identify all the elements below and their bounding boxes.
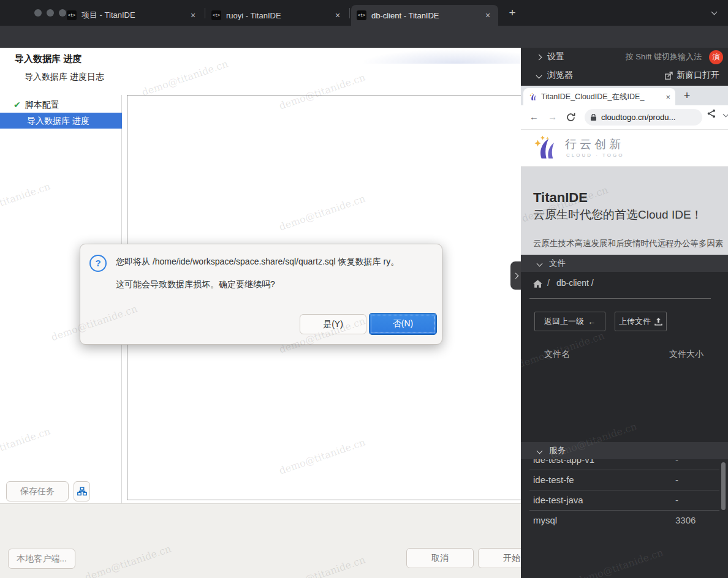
embedded-tab-title: TitanIDE_CloudIDE_在线IDE_ [541,92,663,102]
hero-paragraph: 云原生技术高速发展和后疫情时代远程办公等多因素 [533,238,724,249]
column-header-filename: 文件名 [544,349,570,360]
divider [529,490,719,490]
chevron-right-icon [513,272,519,279]
upload-icon [654,318,662,326]
cancel-button[interactable]: 取消 [406,548,474,568]
files-section-label: 文件 [549,258,566,269]
chevron-down-icon [537,260,543,266]
divider [529,470,719,470]
files-body: / db-client / 返回上一级 ← 上传文件 文件名 文件大小 demo… [521,272,728,442]
arrow-left-icon: ← [588,317,596,326]
service-port: - [675,495,678,505]
window-close-button[interactable] [34,9,42,17]
service-name[interactable]: ide-test-fe [533,475,574,485]
close-icon[interactable]: × [333,10,343,20]
yes-button[interactable]: 是(Y) [300,314,366,334]
open-new-window-button[interactable]: 新窗口打开 [665,70,724,81]
tab-title: db-client - TitanIDE [371,11,478,20]
check-icon: ✔ [13,100,21,110]
upload-label: 上传文件 [619,316,651,327]
new-tab-button[interactable]: + [504,6,521,21]
column-header-filesize: 文件大小 [669,349,703,360]
hero-title: TitanIDE [533,190,588,206]
screen: <t> 项目 - TitanIDE × <t> ruoyi - TitanIDE… [0,0,728,578]
tab-title: ruoyi - TitanIDE [226,11,328,20]
deploy-tree-button[interactable] [74,481,90,501]
back-button[interactable]: ← [529,111,539,122]
titanide-favicon-icon: <t> [67,10,77,20]
start-button[interactable]: 开始 [478,548,521,568]
services-section-label: 服务 [549,445,566,456]
embedded-address-bar[interactable]: cloudtogo.cn/produ... [585,109,702,126]
divider [529,510,719,511]
service-port: - [675,475,678,485]
close-icon[interactable]: × [483,10,493,20]
browser-toolbar: ← → try.titanide.cn/ide/web/coding/db-cl… [0,26,728,48]
embedded-url: cloudtogo.cn/produ... [601,113,675,122]
scrollbar-thumb[interactable] [721,462,726,510]
step-label: 导入数据库 进度 [27,116,89,126]
ime-hint: 按 Shift 键切换输入法 [626,51,702,62]
breadcrumb-separator: / [547,278,550,288]
page-title: 导入数据库 进度 [15,53,82,65]
lock-icon [591,114,596,121]
service-name[interactable]: mysql [533,515,557,525]
tab-project[interactable]: <t> 项目 - TitanIDE × [61,5,203,26]
step-label: 脚本配置 [25,100,59,110]
embedded-new-tab-button[interactable]: + [679,88,695,103]
save-task-button[interactable]: 保存任务 [6,481,69,501]
go-up-label: 返回上一级 [544,316,584,327]
brand-name-cn: 行云创新 [565,137,624,152]
home-icon[interactable] [533,280,542,288]
question-icon: ? [89,255,107,272]
tab-divider [349,8,350,18]
ide-side-panel: 设置 按 Shift 键切换输入法 演 浏览器 新窗口打开 TitanIDE_C… [521,48,728,578]
browser-tabstrip: <t> 项目 - TitanIDE × <t> ruoyi - TitanIDE… [0,0,728,26]
browser-section-header[interactable]: 浏览器 新窗口打开 [521,66,728,84]
files-section-header[interactable]: 文件 [521,255,728,272]
service-port: 3306 [675,515,696,525]
confirm-restore-dialog: ? 您即将从 /home/ide/workspace/space.share/s… [80,244,442,345]
new-window-icon [665,72,673,80]
upload-file-button[interactable]: 上传文件 [615,312,667,331]
service-name[interactable]: ide-test-java [533,495,583,505]
dialog-message-line2: 这可能会导致数据库损坏。确定要继续吗? [116,279,275,290]
window-minimize-button[interactable] [47,9,54,17]
tab-ruoyi[interactable]: <t> ruoyi - TitanIDE × [206,5,348,26]
settings-section-header[interactable]: 设置 按 Shift 键切换输入法 演 [521,48,728,66]
dialog-message-line1: 您即将从 /home/ide/workspace/space.share/sql… [116,257,399,268]
go-up-button[interactable]: 返回上一级 ← [534,312,605,331]
browser-label: 浏览器 [547,70,573,81]
tab-db-client[interactable]: <t> db-client - TitanIDE × [351,5,498,26]
page-subtitle: 导入数据库 进度日志 [25,72,104,83]
tab-divider [205,8,205,18]
demo-badge: 演 [709,50,723,64]
cloudtogo-logo-icon [528,92,537,101]
settings-label: 设置 [547,51,564,62]
cloudtogo-site-header: 行云创新 CLOUD · TOGO [521,130,728,167]
embedded-tab[interactable]: TitanIDE_CloudIDE_在线IDE_ × [523,88,675,105]
decorative-swoosh [319,48,521,64]
close-icon[interactable]: × [665,92,670,102]
local-client-button[interactable]: 本地客户端... [8,549,75,569]
share-nodes-icon[interactable] [707,109,716,118]
chevron-down-icon [536,72,542,78]
hero-subtitle: 云原生时代您的首选Cloud IDE！ [533,207,703,223]
step-script-config[interactable]: ✔脚本配置 [0,97,122,113]
reload-button[interactable] [566,113,575,122]
no-button[interactable]: 否(N) [369,313,437,335]
import-task-window: 导入数据库 进度 导入数据库 进度日志 ✔脚本配置 导入数据库 进度 ? 您即将… [0,48,521,578]
embedded-tabstrip: TitanIDE_CloudIDE_在线IDE_ × + [521,86,728,105]
cloudtogo-logo-icon [531,134,559,161]
tab-title: 项目 - TitanIDE [82,10,183,21]
watermark: demo@titanide.cn [575,547,665,578]
step-import-progress[interactable]: 导入数据库 进度 [0,113,122,129]
brand-name-en: CLOUD · TOGO [566,152,624,158]
hero-section: TitanIDE 云原生时代您的首选Cloud IDE！ 云原生技术高速发展和后… [521,167,728,255]
close-icon[interactable]: × [188,10,198,20]
panel-collapse-handle[interactable] [510,261,521,290]
services-section-header[interactable]: 服务 [521,442,728,459]
tab-search-chevron-icon[interactable] [711,9,718,15]
forward-button[interactable]: → [548,111,557,122]
breadcrumb[interactable]: db-client / [556,278,594,288]
